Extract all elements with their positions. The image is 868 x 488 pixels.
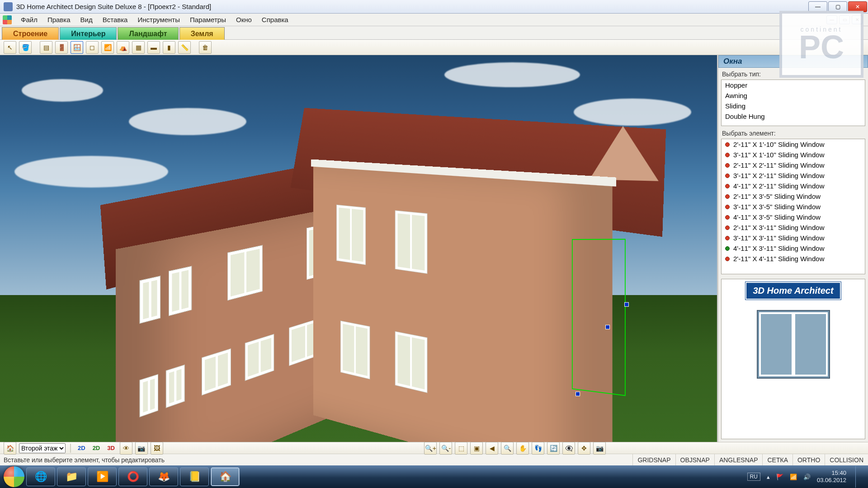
walk-icon[interactable]: 👣: [532, 442, 544, 455]
tray-volume-icon[interactable]: 🔊: [803, 474, 811, 480]
view-gallery-icon[interactable]: 🖼: [151, 442, 163, 455]
menu-view[interactable]: Вид: [76, 14, 97, 25]
task-explorer[interactable]: 📁: [57, 467, 86, 486]
snapshot-icon[interactable]: 📷: [593, 442, 606, 455]
move-icon[interactable]: ✥: [578, 442, 590, 455]
tool-wall-icon[interactable]: ▤: [40, 41, 52, 54]
orbit-icon[interactable]: 🔄: [547, 442, 560, 455]
pan-icon[interactable]: ✋: [516, 442, 529, 455]
menu-edit[interactable]: Правка: [43, 14, 75, 25]
list-item[interactable]: 2'-11" X 3'-5" Sliding Window: [722, 191, 865, 202]
lang-indicator[interactable]: RU: [747, 473, 760, 481]
task-firefox[interactable]: 🦊: [149, 467, 178, 486]
tool-floor-icon[interactable]: ▬: [147, 41, 160, 54]
list-item[interactable]: 3'-11" X 1'-10" Sliding Window: [722, 150, 865, 160]
list-item[interactable]: 2'-11" X 1'-10" Sliding Window: [722, 139, 865, 150]
snap-collision[interactable]: COLLISION: [825, 454, 868, 465]
window-minimize-button[interactable]: —: [808, 1, 827, 12]
tray-network-icon[interactable]: 📶: [790, 474, 797, 480]
menu-tools[interactable]: Инструменты: [133, 14, 184, 25]
tool-opening-icon[interactable]: ◻: [86, 41, 99, 54]
window-close-button[interactable]: ✕: [848, 1, 867, 12]
tab-terrain[interactable]: Земля: [179, 27, 225, 40]
selection-outline: [572, 239, 626, 396]
window-type-list[interactable]: Hopper Awning Sliding Double Hung: [721, 80, 865, 126]
zoom-out-icon[interactable]: 🔍-: [439, 442, 452, 455]
snap-grid[interactable]: СЕТКА: [762, 454, 793, 465]
window-maximize-button[interactable]: ▢: [828, 1, 847, 12]
selection-handle[interactable]: [576, 392, 580, 396]
mdi-minimize-button[interactable]: —: [826, 15, 837, 24]
list-item[interactable]: 3'-11" X 3'-11" Sliding Window: [722, 233, 865, 243]
zoom-extents-icon[interactable]: ▣: [470, 442, 483, 455]
clock[interactable]: 15:40 03.06.2012: [817, 469, 846, 483]
list-item[interactable]: 3'-11" X 3'-5" Sliding Window: [722, 202, 865, 212]
list-item-label: 2'-11" X 3'-11" Sliding Window: [733, 224, 824, 231]
tool-text-icon[interactable]: 📏: [178, 41, 191, 54]
menu-help[interactable]: Справка: [257, 14, 293, 25]
list-item[interactable]: Sliding: [722, 101, 865, 111]
zoom-in-icon[interactable]: 🔍+: [424, 442, 437, 455]
status-hint: Вставьте или выберите элемент, чтобы ред…: [0, 456, 632, 464]
zoom-realtime-icon[interactable]: 🔍: [501, 442, 514, 455]
task-3dha[interactable]: 🏠: [211, 467, 240, 486]
menu-file[interactable]: Файл: [16, 14, 42, 25]
list-item[interactable]: 4'-11" X 3'-5" Sliding Window: [722, 212, 865, 222]
tool-column-icon[interactable]: ▮: [163, 41, 175, 54]
floor-icon[interactable]: 🏠: [4, 442, 16, 455]
list-item[interactable]: Awning: [722, 90, 865, 101]
tray-flag-icon[interactable]: 🚩: [776, 474, 783, 480]
tab-interior[interactable]: Интерьер: [60, 27, 117, 40]
tool-door-icon[interactable]: 🚪: [55, 41, 68, 54]
task-notes[interactable]: 📒: [180, 467, 209, 486]
tool-paint-icon[interactable]: 🪣: [19, 41, 32, 54]
snap-ortho[interactable]: ORTHO: [793, 454, 825, 465]
snap-objsnap[interactable]: OBJSNAP: [675, 454, 714, 465]
look-icon[interactable]: 👁‍🗨: [562, 442, 575, 455]
list-item[interactable]: 2'-11" X 2'-11" Sliding Window: [722, 160, 865, 170]
list-item[interactable]: Hopper: [722, 80, 865, 90]
list-item[interactable]: 4'-11" X 2'-11" Sliding Window: [722, 181, 865, 191]
menu-window[interactable]: Окно: [231, 14, 256, 25]
window-element-list[interactable]: 2'-11" X 1'-10" Sliding Window3'-11" X 1…: [721, 139, 865, 274]
window-title: 3D Home Architect Design Suite Deluxe 8 …: [16, 3, 211, 10]
zoom-window-icon[interactable]: ⬚: [455, 442, 467, 455]
tool-delete-icon[interactable]: 🗑: [199, 41, 212, 54]
task-opera[interactable]: ⭕: [118, 467, 147, 486]
list-item[interactable]: 2'-11" X 3'-11" Sliding Window: [722, 222, 865, 233]
tab-building[interactable]: Строение: [2, 27, 59, 40]
view-eye-icon[interactable]: 👁: [120, 442, 132, 455]
task-media[interactable]: ▶️: [88, 467, 117, 486]
tool-roof-icon[interactable]: ⛺: [117, 41, 129, 54]
view-3d-button[interactable]: 3D: [105, 443, 117, 453]
mdi-close-button[interactable]: ✕: [852, 15, 863, 24]
menu-params[interactable]: Параметры: [185, 14, 231, 25]
list-item[interactable]: 4'-11" X 3'-11" Sliding Window: [722, 243, 865, 253]
tool-stair-icon[interactable]: 📶: [101, 41, 114, 54]
view-2d-button[interactable]: 2D: [75, 443, 88, 453]
snap-anglesnap[interactable]: ANGLESNAP: [714, 454, 763, 465]
snap-gridsnap[interactable]: GRIDSNAP: [632, 454, 675, 465]
list-item[interactable]: 3'-11" X 2'-11" Sliding Window: [722, 170, 865, 181]
mdi-restore-button[interactable]: ▭: [839, 15, 850, 24]
tray-chevron-icon[interactable]: ▴: [767, 474, 770, 480]
view-2d-shaded-button[interactable]: 2D: [90, 443, 103, 453]
selection-handle[interactable]: [624, 302, 629, 307]
selection-handle[interactable]: [605, 325, 610, 329]
app-icon: [4, 2, 13, 11]
floor-select[interactable]: Второй этаж: [19, 443, 66, 453]
tool-ceiling-icon[interactable]: ▦: [132, 41, 145, 54]
show-desktop-button[interactable]: [855, 466, 862, 488]
tool-pointer[interactable]: ↖: [4, 41, 16, 54]
view-camera-icon[interactable]: 📷: [135, 442, 148, 455]
3d-viewport[interactable]: [0, 55, 718, 442]
tab-landscape[interactable]: Ландшафт: [118, 27, 178, 40]
task-ie[interactable]: 🌐: [26, 467, 55, 486]
zoom-prev-icon[interactable]: ◀: [486, 442, 498, 455]
tool-window-icon[interactable]: 🪟: [71, 41, 83, 54]
start-button[interactable]: [4, 466, 24, 487]
list-item[interactable]: Double Hung: [722, 111, 865, 122]
menu-insert[interactable]: Вставка: [98, 14, 132, 25]
list-item-label: 4'-11" X 3'-11" Sliding Window: [733, 244, 824, 252]
list-item[interactable]: 2'-11" X 4'-11" Sliding Window: [722, 253, 865, 264]
